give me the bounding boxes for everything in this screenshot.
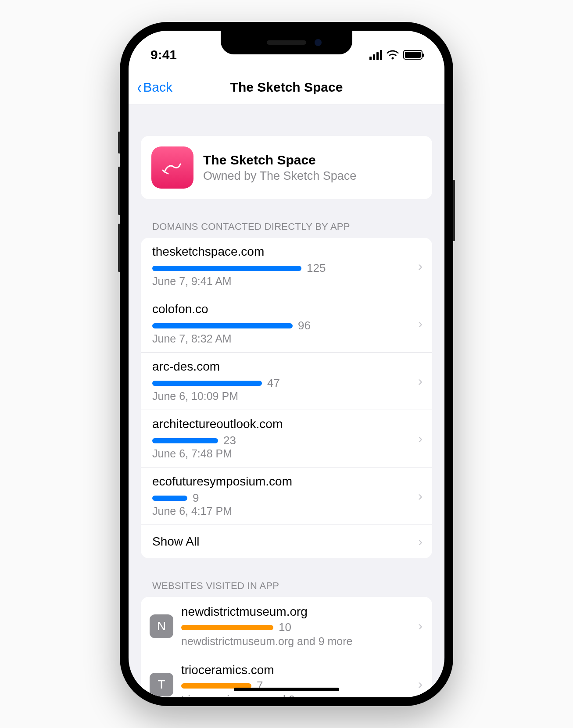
domain-name: architectureoutlook.com <box>152 417 421 431</box>
website-subtitle: newdistrictmuseum.org and 9 more <box>181 635 421 648</box>
website-row[interactable]: N newdistrictmuseum.org 10 newdistrictmu… <box>141 597 432 655</box>
domain-row[interactable]: ecofuturesymposium.com 9 June 6, 4:17 PM… <box>141 467 432 525</box>
domain-name: ecofuturesymposium.com <box>152 475 421 489</box>
domain-date: June 7, 9:41 AM <box>152 275 421 288</box>
notch <box>221 31 352 54</box>
chevron-right-icon: › <box>418 534 423 549</box>
show-all-button[interactable]: Show All › <box>141 525 432 558</box>
home-indicator[interactable] <box>234 688 339 691</box>
usage-bar <box>152 323 293 328</box>
section-header-websites: WEBSITES VISITED IN APP <box>152 580 432 592</box>
chevron-right-icon: › <box>418 489 423 503</box>
cell-signal-icon <box>369 50 382 60</box>
usage-bar <box>152 266 301 271</box>
chevron-right-icon: › <box>418 259 423 274</box>
back-button[interactable]: ‹ Back <box>136 79 172 96</box>
website-name: trioceramics.com <box>181 663 421 677</box>
usage-bar <box>152 496 187 501</box>
section-header-domains: DOMAINS CONTACTED DIRECTLY BY APP <box>152 221 432 232</box>
wifi-icon <box>387 50 399 60</box>
usage-bar <box>152 438 218 443</box>
status-time: 9:41 <box>150 47 177 62</box>
chevron-right-icon: › <box>418 431 423 446</box>
domain-name: colofon.co <box>152 302 421 316</box>
phone-device-frame: 9:41 ‹ Back The Sketch Space <box>120 22 453 706</box>
navigation-bar: ‹ Back The Sketch Space <box>129 70 444 104</box>
app-header-card: The Sketch Space Owned by The Sketch Spa… <box>141 136 432 199</box>
website-subtitle: trioceramics.com and 6 more <box>181 693 421 697</box>
domain-row[interactable]: arc-des.com 47 June 6, 10:09 PM › <box>141 353 432 410</box>
domain-name: thesketchspace.com <box>152 245 421 259</box>
domain-row[interactable]: architectureoutlook.com 23 June 6, 7:48 … <box>141 410 432 467</box>
domain-date: June 6, 4:17 PM <box>152 505 421 517</box>
chevron-right-icon: › <box>418 316 423 331</box>
usage-bar <box>181 625 273 630</box>
domain-name: arc-des.com <box>152 360 421 374</box>
domain-count: 125 <box>307 261 326 275</box>
app-name: The Sketch Space <box>203 153 356 168</box>
domain-count: 23 <box>223 434 236 447</box>
domains-list: thesketchspace.com 125 June 7, 9:41 AM ›… <box>141 238 432 558</box>
screen: 9:41 ‹ Back The Sketch Space <box>129 31 444 697</box>
battery-icon <box>403 50 423 60</box>
back-label: Back <box>143 80 172 95</box>
page-title: The Sketch Space <box>230 80 343 95</box>
domain-date: June 6, 10:09 PM <box>152 390 421 403</box>
usage-bar <box>152 381 262 386</box>
websites-list: N newdistrictmuseum.org 10 newdistrictmu… <box>141 597 432 697</box>
chevron-left-icon: ‹ <box>137 79 142 96</box>
chevron-right-icon: › <box>418 618 423 633</box>
website-favicon: T <box>150 673 173 696</box>
website-count: 10 <box>279 621 291 634</box>
app-owner: Owned by The Sketch Space <box>203 169 356 183</box>
website-favicon: N <box>150 614 173 638</box>
chevron-right-icon: › <box>418 677 423 692</box>
chevron-right-icon: › <box>418 374 423 389</box>
app-icon <box>151 146 193 189</box>
domain-row[interactable]: colofon.co 96 June 7, 8:32 AM › <box>141 295 432 353</box>
website-name: newdistrictmuseum.org <box>181 605 421 619</box>
domain-count: 96 <box>298 319 311 332</box>
sketch-logo-icon <box>160 155 185 180</box>
domain-row[interactable]: thesketchspace.com 125 June 7, 9:41 AM › <box>141 238 432 295</box>
show-all-label: Show All <box>152 535 199 548</box>
domain-date: June 6, 7:48 PM <box>152 447 421 460</box>
content-scroll[interactable]: The Sketch Space Owned by The Sketch Spa… <box>129 104 444 697</box>
status-icons <box>369 50 423 60</box>
domain-count: 9 <box>193 491 199 505</box>
domain-count: 47 <box>267 376 280 390</box>
domain-date: June 7, 8:32 AM <box>152 332 421 345</box>
